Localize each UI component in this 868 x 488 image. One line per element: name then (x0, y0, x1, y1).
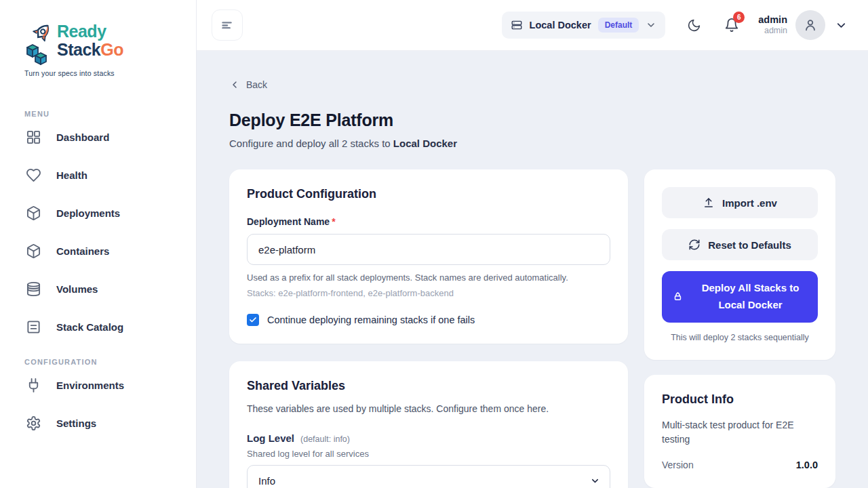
rocket-icon (671, 290, 684, 303)
sidebar-section-configuration: CONFIGURATION (0, 358, 196, 366)
sidebar-item-label: Volumes (56, 283, 98, 295)
back-label: Back (246, 79, 267, 90)
page-subtitle: Configure and deploy all 2 stacks to Loc… (229, 138, 835, 149)
environment-selector[interactable]: Local Docker Default (502, 12, 666, 39)
notification-count-badge: 6 (733, 12, 745, 23)
sidebar-item-label: Stack Catalog (56, 321, 123, 333)
deployment-name-helper: Used as a prefix for all stack deploymen… (247, 272, 610, 283)
log-level-select[interactable]: Info (247, 465, 610, 488)
chevron-down-icon (646, 20, 656, 30)
version-row: Version 1.0.0 (662, 460, 818, 470)
continue-on-fail-checkbox-row[interactable]: Continue deploying remaining stacks if o… (247, 314, 610, 326)
avatar[interactable] (795, 10, 825, 40)
sidebar-item-settings[interactable]: Settings (0, 404, 196, 442)
version-label: Version (662, 460, 694, 470)
rocket-cubes-logo-icon (24, 23, 56, 65)
server-icon (511, 19, 523, 31)
product-configuration-card: Product Configuration Deployment Name* U… (229, 169, 628, 344)
brand-name-go: Go (100, 40, 123, 59)
log-level-default: (default: info) (300, 434, 350, 444)
sidebar-item-containers[interactable]: Containers (0, 232, 196, 270)
version-value: 1.0.0 (796, 460, 818, 470)
sidebar-item-deployments[interactable]: Deployments (0, 194, 196, 232)
sidebar-item-label: Environments (56, 380, 124, 391)
deployment-name-input[interactable] (247, 234, 610, 265)
reset-defaults-label: Reset to Defaults (708, 239, 791, 251)
sidebar-nav: Dashboard Health Deployments Containers … (0, 118, 196, 346)
dark-mode-toggle[interactable] (687, 18, 701, 33)
sidebar-item-dashboard[interactable]: Dashboard (0, 118, 196, 156)
menu-icon (220, 18, 235, 33)
checkbox-checked-icon[interactable] (247, 314, 259, 326)
sidebar-item-health[interactable]: Health (0, 156, 196, 194)
user-chevron-down-icon[interactable] (835, 19, 848, 32)
import-env-button[interactable]: Import .env (662, 187, 818, 218)
checkbox-label: Continue deploying remaining stacks if o… (267, 314, 475, 325)
sidebar-section-menu: MENU (0, 110, 196, 118)
deploy-actions-card: Import .env Reset to Defaults Deploy All… (644, 169, 835, 360)
environment-name: Local Docker (530, 20, 591, 30)
back-button[interactable]: Back (229, 79, 267, 90)
catalog-icon (26, 319, 41, 335)
sidebar-config-nav: Environments Settings (0, 366, 196, 442)
package-icon (26, 205, 41, 221)
sidebar-toggle-button[interactable] (212, 9, 243, 41)
product-description: Multi-stack test product for E2E testing (662, 418, 818, 447)
shared-variables-card: Shared Variables These variables are use… (229, 361, 628, 488)
gear-icon (26, 415, 41, 431)
chevron-left-icon (229, 79, 240, 90)
reset-defaults-button[interactable]: Reset to Defaults (662, 229, 818, 260)
database-icon (26, 281, 41, 297)
subtitle-text: Configure and deploy all 2 stacks to (229, 138, 393, 149)
brand-logo: Ready StackGo Turn your specs into stack… (0, 0, 196, 77)
grid-icon (26, 129, 41, 145)
card-title: Product Configuration (247, 187, 610, 201)
deploy-note: This will deploy 2 stacks sequentially (662, 333, 818, 342)
sidebar-item-label: Deployments (56, 207, 120, 219)
user-name: admin (758, 14, 787, 26)
sidebar-item-label: Settings (56, 418, 96, 429)
brand-tagline: Turn your specs into stacks (24, 69, 196, 77)
upload-icon (703, 197, 715, 209)
notifications-button[interactable]: 6 (724, 18, 739, 33)
stacks-note: Stacks: e2e-platform-frontend, e2e-platf… (247, 288, 610, 298)
card-title: Product Info (662, 392, 818, 407)
sidebar-item-label: Dashboard (56, 131, 109, 143)
log-level-help: Shared log level for all services (247, 449, 610, 459)
user-role: admin (758, 26, 787, 37)
deploy-all-stacks-button[interactable]: Deploy All Stacks to Local Docker (662, 271, 818, 323)
sidebar-item-volumes[interactable]: Volumes (0, 270, 196, 308)
sidebar-item-label: Containers (56, 245, 109, 257)
topbar: Local Docker Default 6 admin admin (197, 0, 868, 51)
heart-icon (26, 167, 41, 183)
shared-variables-subtitle: These variables are used by multiple sta… (247, 403, 610, 414)
plug-icon (26, 378, 41, 393)
brand-name-ready: Ready (57, 23, 123, 40)
card-title: Shared Variables (247, 379, 610, 393)
sidebar: Ready StackGo Turn your specs into stack… (0, 0, 197, 488)
person-icon (803, 18, 818, 33)
sidebar-item-environments[interactable]: Environments (0, 366, 196, 404)
moon-icon (687, 18, 701, 33)
page-content: Back Deploy E2E Platform Configure and d… (197, 51, 868, 488)
deploy-all-stacks-label: Deploy All Stacks to Local Docker (692, 280, 808, 314)
refresh-icon (688, 239, 701, 251)
required-asterisk: * (332, 216, 335, 227)
package-icon (26, 243, 41, 259)
user-menu[interactable]: admin admin (758, 14, 787, 37)
log-level-selected-value: Info (258, 475, 275, 487)
sidebar-item-label: Health (56, 169, 87, 181)
environment-default-badge: Default (598, 18, 639, 33)
import-env-label: Import .env (722, 197, 777, 209)
sidebar-item-stack-catalog[interactable]: Stack Catalog (0, 308, 196, 346)
product-info-card: Product Info Multi-stack test product fo… (644, 375, 835, 488)
subtitle-target: Local Docker (393, 138, 457, 149)
deployment-name-label: Deployment Name* (247, 216, 610, 227)
brand-name-stack: Stack (57, 40, 100, 59)
log-level-label: Log Level (247, 432, 294, 444)
chevron-down-icon (590, 476, 600, 486)
page-title: Deploy E2E Platform (229, 110, 835, 130)
